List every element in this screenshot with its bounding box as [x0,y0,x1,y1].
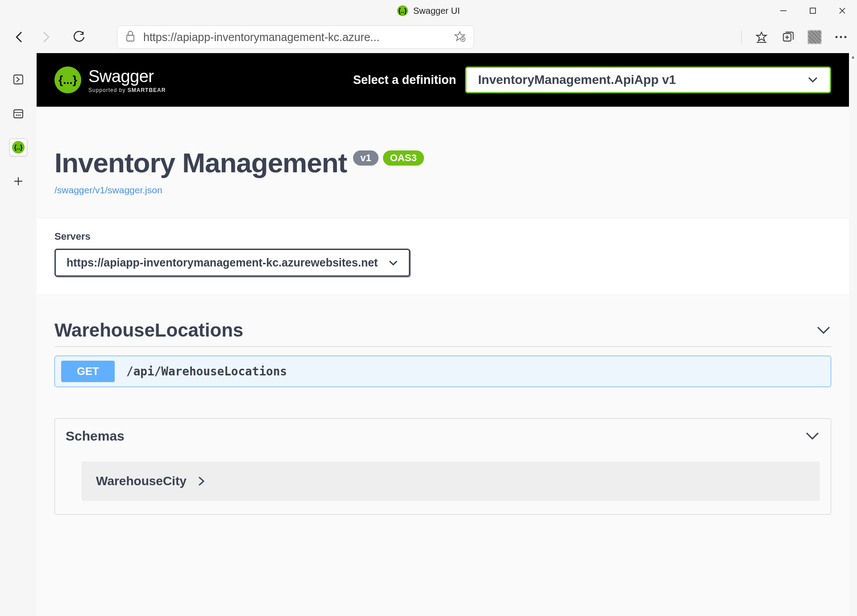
swagger-favicon-icon: {..} [397,5,408,16]
servers-select[interactable]: https://apiapp-inventorymanagement-kc.az… [54,249,410,277]
schemas-section: Schemas WarehouseCity [54,418,831,515]
more-menu-icon[interactable] [834,30,848,44]
sidebar-tab-active[interactable]: {..} [9,138,27,156]
api-info: Inventory Management v1 OAS3 /swagger/v1… [37,107,849,218]
tag-header[interactable]: WarehouseLocations [54,320,831,347]
swagger-logo-icon: {...} [54,67,81,93]
swagger-topbar: {...} Swagger Supported by SMARTBEAR Sel… [37,53,849,107]
address-bar[interactable]: https://apiapp-inventorymanagement-kc.az… [117,25,474,49]
sidebar-tab-1[interactable] [9,71,27,88]
schemas-header[interactable]: Schemas [55,419,831,454]
oas-badge: OAS3 [383,150,424,166]
http-method-badge: GET [61,361,115,382]
edge-sidebar: {..} [0,53,37,616]
favorites-bar-icon[interactable] [754,30,769,44]
favorite-icon[interactable] [454,30,466,44]
window-title: Swagger UI [413,6,460,16]
refresh-button[interactable] [69,26,90,48]
vertical-scrollbar[interactable]: ▴ [849,53,857,616]
svg-point-13 [836,36,838,38]
operation-path: /api/WarehouseLocations [126,365,287,378]
close-button[interactable] [828,0,857,21]
definition-label: Select a definition [353,73,456,87]
svg-rect-16 [14,75,23,84]
swagger-logo: {...} Swagger Supported by SMARTBEAR [54,67,166,93]
lock-icon [125,30,135,44]
address-url: https://apiapp-inventorymanagement-kc.az… [143,31,446,44]
collections-icon[interactable] [781,30,795,44]
swagger-brand-sub: Supported by SMARTBEAR [88,87,166,93]
browser-right-controls [741,30,848,44]
servers-section: Servers https://apiapp-inventorymanageme… [37,218,849,295]
sidebar-tab-2[interactable] [9,104,27,122]
chevron-down-icon [388,260,398,266]
tag-section: WarehouseLocations GET /api/WarehouseLoc… [37,295,849,387]
svg-rect-4 [127,35,134,41]
svg-point-20 [20,115,21,116]
scroll-up-icon[interactable]: ▴ [849,53,857,61]
profile-avatar[interactable] [808,30,821,44]
minimize-button[interactable] [769,0,798,21]
svg-point-14 [840,36,842,38]
schema-item[interactable]: WarehouseCity [82,462,820,501]
definition-selector-area: Select a definition InventoryManagement.… [353,67,831,93]
chevron-right-icon [197,475,205,487]
servers-selected: https://apiapp-inventorymanagement-kc.az… [67,256,378,269]
browser-toolbar: https://apiapp-inventorymanagement-kc.az… [0,21,857,53]
version-badge: v1 [353,150,378,166]
tag-name: WarehouseLocations [54,320,243,341]
window-titlebar: {..} Swagger UI [0,0,857,21]
api-title: Inventory Management [54,147,347,179]
window-controls [769,0,857,21]
chevron-down-icon [807,76,818,83]
forward-button[interactable] [35,26,56,48]
maximize-button[interactable] [798,0,828,21]
chevron-down-icon [816,325,831,335]
operation-get[interactable]: GET /api/WarehouseLocations [54,356,831,387]
swagger-brand-name: Swagger [88,67,166,86]
sidebar-add-button[interactable] [9,172,27,190]
page-content: {...} Swagger Supported by SMARTBEAR Sel… [37,53,849,616]
schema-name: WarehouseCity [96,474,187,488]
chevron-down-icon [805,431,820,441]
svg-point-18 [16,115,17,116]
svg-rect-1 [810,8,815,13]
swagger-json-link[interactable]: /swagger/v1/swagger.json [54,185,831,196]
swagger-icon: {..} [12,141,25,154]
svg-rect-17 [14,110,23,118]
titlebar-center: {..} Swagger UI [397,5,460,16]
definition-select[interactable]: InventoryManagement.ApiApp v1 [465,67,831,93]
definition-selected: InventoryManagement.ApiApp v1 [478,73,676,87]
divider [741,30,742,44]
svg-point-19 [18,115,19,116]
brand-sub-bold: SMARTBEAR [128,87,166,93]
back-button[interactable] [9,26,30,48]
schemas-title: Schemas [66,429,125,444]
svg-point-15 [845,36,847,38]
servers-label: Servers [54,231,831,242]
brand-sub-prefix: Supported by [88,87,125,93]
